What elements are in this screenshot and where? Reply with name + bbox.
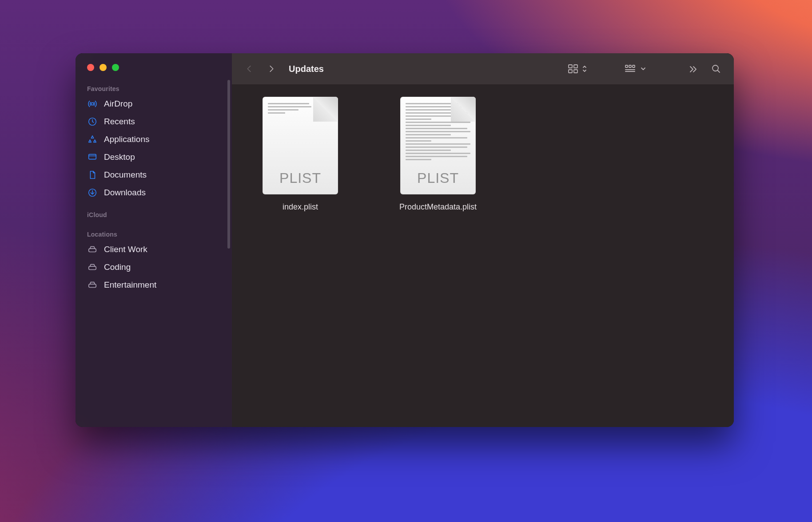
file-item[interactable]: PLIST index.plist [247,97,354,212]
sidebar-item-downloads[interactable]: Downloads [76,184,232,202]
drive-icon [87,262,98,273]
sidebar-item-airdrop[interactable]: AirDrop [76,95,232,113]
close-button[interactable] [87,64,94,71]
airdrop-icon [87,99,98,109]
window-controls [76,64,232,81]
sidebar-item-coding[interactable]: Coding [76,258,232,276]
file-type-label: PLIST [263,170,338,186]
file-item[interactable]: PLIST ProductMetadata.plist [385,97,491,212]
minimize-button[interactable] [100,64,107,71]
file-name: ProductMetadata.plist [399,202,477,212]
svg-rect-4 [89,249,96,252]
drive-icon [87,244,98,255]
zoom-button[interactable] [112,64,119,71]
back-button[interactable] [242,62,257,75]
svg-rect-10 [574,70,577,73]
plist-file-icon: PLIST [263,97,338,194]
sidebar-item-label: Desktop [104,152,135,162]
sidebar-header-favourites: Favourites [76,81,232,95]
svg-rect-5 [89,266,96,269]
sidebar-item-recents[interactable]: Recents [76,113,232,130]
more-toolbar-button[interactable] [685,62,701,75]
document-icon [87,170,98,180]
group-by-button[interactable] [622,62,649,75]
sidebar-item-applications[interactable]: Applications [76,130,232,148]
svg-rect-8 [574,65,577,68]
file-grid: PLIST index.plist PLIST ProductMet [232,84,734,427]
plist-file-icon: PLIST [400,97,476,194]
sidebar-item-entertainment[interactable]: Entertainment [76,276,232,294]
sidebar-item-label: Client Work [104,245,147,254]
sidebar-scrollbar[interactable] [227,80,230,249]
sidebar: Favourites AirDrop Recents Applications … [76,53,232,427]
sidebar-item-documents[interactable]: Documents [76,166,232,184]
clock-icon [87,116,98,127]
sidebar-item-label: Recents [104,117,135,127]
finder-window: Favourites AirDrop Recents Applications … [76,53,734,427]
sidebar-item-label: Coding [104,262,131,272]
drive-icon [87,280,98,290]
sidebar-item-desktop[interactable]: Desktop [76,148,232,166]
main-area: Updates [232,53,734,427]
file-name: index.plist [283,202,318,212]
svg-rect-12 [629,65,631,67]
svg-rect-7 [569,65,572,68]
file-type-label: PLIST [400,170,476,186]
sidebar-item-client-work[interactable]: Client Work [76,241,232,258]
sidebar-item-label: Downloads [104,188,146,198]
svg-rect-13 [633,65,635,67]
sidebar-header-locations: Locations [76,226,232,241]
sidebar-item-label: Documents [104,170,147,180]
download-icon [87,187,98,198]
svg-rect-6 [89,284,96,287]
forward-button[interactable] [264,62,279,75]
folder-title: Updates [289,64,324,74]
search-button[interactable] [708,62,724,76]
desktop-icon [87,152,98,162]
toolbar: Updates [232,53,734,84]
sidebar-header-icloud: iCloud [76,207,232,221]
svg-rect-11 [625,65,628,67]
sidebar-item-label: Applications [104,134,149,144]
svg-rect-2 [89,154,96,159]
svg-point-0 [91,103,94,105]
applications-icon [87,134,98,145]
svg-rect-9 [569,70,572,73]
sidebar-item-label: Entertainment [104,280,156,290]
view-mode-button[interactable] [565,62,590,75]
sidebar-item-label: AirDrop [104,99,132,109]
